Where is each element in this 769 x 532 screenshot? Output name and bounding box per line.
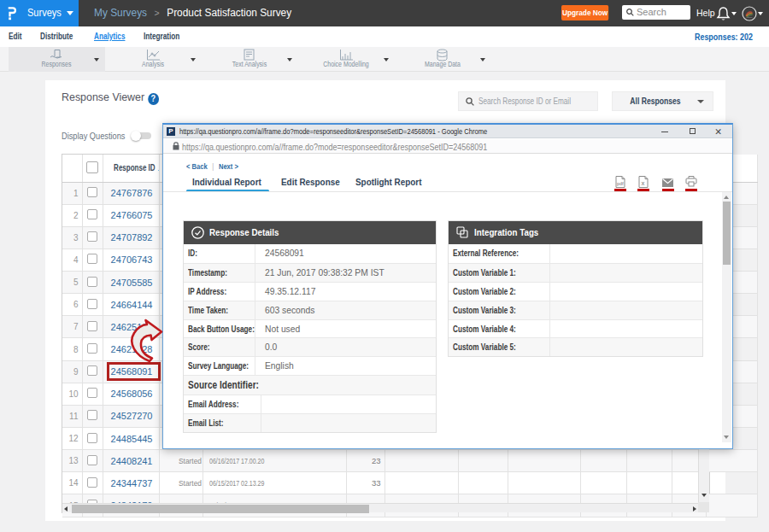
- svg-text:pdf: pdf: [617, 181, 624, 186]
- svg-text:x: x: [642, 180, 645, 186]
